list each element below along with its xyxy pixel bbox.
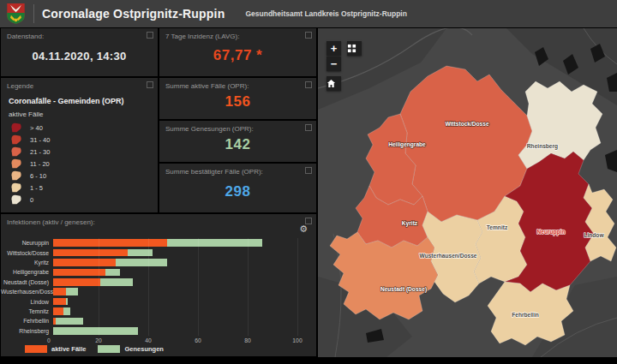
expand-icon[interactable]	[305, 167, 312, 174]
district-coat-of-arms-logo	[6, 3, 26, 25]
chart-category-label: Temnitz	[1, 308, 53, 314]
legend-swatch	[10, 158, 23, 169]
legend-item-label: 1 - 5	[30, 184, 43, 192]
chart-legend-swatch	[98, 345, 120, 353]
panel-aktive-faelle: Summe aktive Fälle (OPR): 156	[159, 78, 316, 119]
header-divider	[33, 4, 34, 23]
map-region-neustadt[interactable]	[330, 232, 438, 319]
chart-category-label: Neuruppin	[1, 240, 53, 246]
chart-bar-row: Neustadt (Dosse)	[1, 277, 309, 287]
legend-item: 1 - 5	[10, 182, 158, 194]
gear-icon[interactable]: ⚙	[299, 224, 308, 234]
chart-bar-row: Wittstock/Dosse	[1, 248, 309, 257]
chart-bar-segment-aktiv[interactable]	[53, 298, 66, 306]
legend-item: 21 - 30	[10, 146, 158, 158]
bar-chart-plot: NeuruppinWittstock/DosseKyritzHeiligengr…	[1, 238, 309, 336]
legend-swatch	[10, 122, 23, 133]
legend-item-label: 31 - 40	[30, 136, 50, 144]
chart-bar-segment-aktiv[interactable]	[53, 278, 100, 286]
chart-legend-swatch	[25, 345, 47, 353]
chart-bar-segment-aktiv[interactable]	[53, 288, 66, 295]
expand-icon[interactable]	[305, 81, 312, 88]
chart-stacked-bar[interactable]	[53, 249, 153, 257]
chart-stacked-bar[interactable]	[53, 259, 167, 266]
chart-category-label: Lindow	[1, 299, 53, 305]
dashboard: Coronalage Ostprignitz-Ruppin Gesundheit…	[0, 0, 617, 364]
chart-x-tick-label: 0	[47, 337, 51, 343]
legend-sub-title: aktive Fälle	[1, 105, 158, 120]
legend-swatch	[10, 146, 23, 157]
legend-layer-title: Coronafälle - Gemeinden (OPR)	[1, 90, 158, 105]
panel-datenstand-title: Datenstand:	[1, 28, 158, 40]
chart-bar-row: Lindow	[1, 296, 309, 306]
chart-stacked-bar[interactable]	[53, 318, 83, 325]
chart-bar-row: Neuruppin	[1, 238, 309, 248]
chart-bar-segment-genesungen[interactable]	[116, 259, 168, 266]
expand-icon[interactable]	[305, 32, 312, 39]
chart-bar-segment-genesungen[interactable]	[100, 278, 133, 286]
legend-item: 11 - 20	[10, 158, 158, 170]
chart-bar-segment-aktiv[interactable]	[53, 239, 167, 247]
header-bar: Coronalage Ostprignitz-Ruppin Gesundheit…	[0, 0, 617, 27]
map-basemap-gallery-button[interactable]	[347, 41, 362, 56]
map-zoom-in-button[interactable]: +	[326, 41, 341, 56]
chart-bar-segment-genesungen[interactable]	[56, 318, 83, 325]
chart-bar-segment-aktiv[interactable]	[53, 259, 116, 266]
chart-stacked-bar[interactable]	[53, 298, 68, 306]
chart-x-tick-label: 100	[292, 337, 302, 343]
chart-bar-row: Wusterhausen/Dosse	[1, 287, 309, 296]
chart-bar-segment-genesungen[interactable]	[53, 327, 138, 335]
chart-x-tick-label: 40	[145, 337, 152, 343]
expand-icon[interactable]	[147, 81, 153, 88]
chart-category-label: Heiligengrabe	[1, 269, 53, 275]
expand-icon[interactable]	[305, 124, 312, 131]
chart-gridline	[248, 238, 249, 336]
panel-legende: Legende Coronafälle - Gemeinden (OPR) ak…	[1, 78, 158, 212]
chart-bar-segment-genesungen[interactable]	[66, 288, 79, 295]
chart-legend-item: aktive Fälle	[25, 345, 86, 353]
chart-bar-row: Kyritz	[1, 258, 309, 267]
chart-gridline	[99, 238, 99, 336]
panel-bestaetigte-title: Summe bestätigter Fälle (OPR):	[159, 164, 316, 176]
legend-swatch	[10, 182, 23, 193]
chart-bar-segment-genesungen[interactable]	[63, 307, 71, 315]
chart-bar-segment-aktiv[interactable]	[53, 307, 63, 315]
chart-bar-segment-genesungen[interactable]	[105, 269, 120, 277]
legend-swatch	[10, 134, 23, 145]
legend-item-label: 11 - 20	[30, 160, 50, 168]
chart-bar-segment-aktiv[interactable]	[53, 269, 105, 277]
chart-bar-segment-aktiv[interactable]	[53, 249, 128, 257]
expand-icon[interactable]	[305, 218, 312, 224]
basemap-grid-icon	[347, 44, 356, 53]
map-zoom-out-button[interactable]: −	[326, 57, 341, 71]
chart-title: Infektionen (aktiv / genesen):	[1, 214, 316, 226]
chart-stacked-bar[interactable]	[53, 307, 70, 315]
chart-gridline	[297, 238, 298, 336]
chart-stacked-bar[interactable]	[53, 239, 262, 247]
map-home-button[interactable]	[326, 76, 341, 91]
legend-swatch	[10, 194, 23, 205]
legend-item-label: > 40	[30, 124, 43, 132]
chart-gridline	[198, 238, 199, 336]
inzidenz-value: 67,77 *	[213, 47, 262, 64]
chart-category-label: Wittstock/Dosse	[1, 250, 53, 256]
chart-stacked-bar[interactable]	[53, 327, 138, 335]
chart-category-label: Rheinsberg	[1, 328, 53, 334]
choropleth-map[interactable]: Wittstock/DosseHeiligengrabeRheinsbergKy…	[318, 28, 617, 357]
expand-icon[interactable]	[147, 32, 153, 39]
datenstand-value: 04.11.2020, 14:30	[33, 50, 127, 63]
chart-stacked-bar[interactable]	[53, 288, 78, 295]
chart-bar-segment-genesungen[interactable]	[66, 298, 69, 306]
page-subtitle: Gesundheitsamt Landkreis Ostprignitz-Rup…	[245, 9, 406, 18]
chart-bar-row: Fehrbellin	[1, 316, 309, 325]
chart-stacked-bar[interactable]	[53, 269, 120, 277]
chart-stacked-bar[interactable]	[53, 278, 133, 286]
legend-swatch	[10, 170, 23, 181]
chart-category-label: Kyritz	[1, 260, 53, 266]
chart-category-label: Wusterhausen/Dosse	[1, 289, 53, 295]
chart-legend: aktive Fälle Genesungen	[25, 345, 164, 353]
legend-item: 31 - 40	[10, 134, 158, 146]
panel-bestaetigte-faelle: Summe bestätigter Fälle (OPR): 298	[159, 164, 316, 212]
legend-item-label: 21 - 30	[30, 148, 50, 156]
chart-bar-row: Temnitz	[1, 307, 309, 316]
